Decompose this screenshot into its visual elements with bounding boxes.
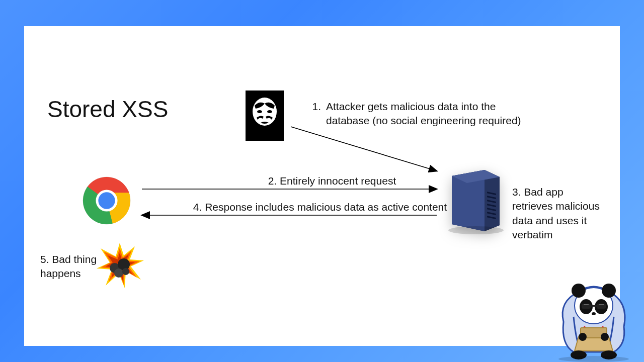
svg-point-10 bbox=[98, 192, 115, 209]
server-icon bbox=[437, 166, 507, 236]
svg-point-39 bbox=[579, 333, 587, 341]
svg-line-26 bbox=[291, 127, 437, 171]
step-1-text: Attacker gets malicious data into the da… bbox=[326, 100, 527, 128]
explosion-icon bbox=[95, 240, 145, 291]
svg-rect-36 bbox=[591, 305, 597, 307]
attacker-mask-icon bbox=[246, 90, 284, 141]
svg-point-25 bbox=[122, 268, 129, 275]
step-4-text: 4. Response includes malicious data as a… bbox=[179, 200, 461, 214]
hacker-panda-icon bbox=[543, 261, 644, 362]
svg-point-37 bbox=[592, 312, 596, 315]
step-1-number: 1. bbox=[306, 100, 321, 114]
svg-point-31 bbox=[602, 284, 616, 298]
svg-point-2 bbox=[267, 110, 272, 113]
svg-point-40 bbox=[601, 333, 609, 341]
slide-title: Stored XSS bbox=[47, 96, 168, 123]
svg-point-43 bbox=[558, 356, 629, 362]
slide: Stored XSS 1. Attacker gets malicious da… bbox=[24, 26, 620, 346]
svg-point-0 bbox=[253, 98, 277, 126]
chrome-browser-icon bbox=[82, 176, 131, 225]
svg-point-18 bbox=[448, 226, 504, 234]
svg-point-30 bbox=[572, 284, 586, 298]
svg-point-24 bbox=[114, 268, 123, 278]
svg-point-1 bbox=[257, 110, 262, 113]
step-2-text: 2. Entirely innocent request bbox=[206, 174, 458, 188]
step-3-text: 3. Bad app retrieves malicious data and … bbox=[512, 185, 603, 242]
